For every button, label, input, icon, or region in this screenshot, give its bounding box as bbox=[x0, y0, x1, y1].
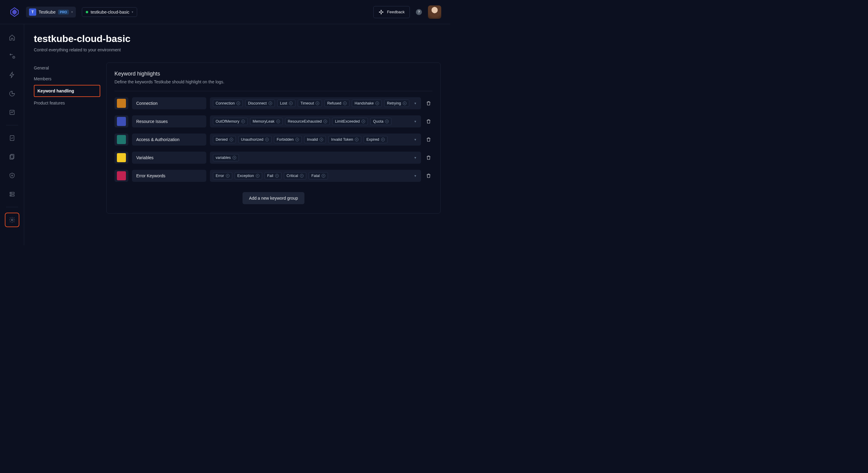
delete-group-button[interactable] bbox=[425, 152, 433, 164]
remove-tag-icon[interactable]: × bbox=[385, 120, 389, 123]
nav-settings-icon[interactable] bbox=[5, 213, 19, 227]
svg-marker-1 bbox=[12, 9, 17, 15]
settings-nav-keyword-handling[interactable]: Keyword handling bbox=[34, 85, 100, 97]
keyword-group-row: Access & AuthorizationDenied×Unauthorize… bbox=[115, 133, 433, 146]
remove-tag-icon[interactable]: × bbox=[403, 101, 406, 105]
org-switcher[interactable]: T Testkube PRO ▾ bbox=[26, 7, 76, 18]
keyword-tag: Unauthorized× bbox=[238, 136, 272, 143]
nav-insights-icon[interactable] bbox=[5, 105, 19, 120]
chevron-down-icon[interactable]: ▾ bbox=[412, 119, 418, 124]
remove-tag-icon[interactable]: × bbox=[316, 101, 319, 105]
remove-tag-icon[interactable]: × bbox=[265, 138, 269, 141]
remove-tag-icon[interactable]: × bbox=[289, 101, 293, 105]
settings-nav-members[interactable]: Members bbox=[34, 73, 100, 84]
help-button[interactable]: ? bbox=[416, 9, 422, 15]
chevron-down-icon[interactable]: ▾ bbox=[412, 101, 418, 105]
chevron-down-icon[interactable]: ▾ bbox=[412, 156, 418, 160]
color-swatch-button[interactable] bbox=[115, 97, 128, 109]
remove-tag-icon[interactable]: × bbox=[300, 174, 304, 178]
color-swatch-button[interactable] bbox=[115, 133, 128, 146]
color-swatch-button[interactable] bbox=[115, 115, 128, 127]
org-avatar: T bbox=[29, 8, 36, 16]
environment-switcher[interactable]: testkube-cloud-basic ▾ bbox=[82, 7, 137, 17]
keyword-tag: Fatal× bbox=[309, 172, 328, 180]
chevron-down-icon[interactable]: ▾ bbox=[412, 137, 418, 141]
keyword-tag-label: Unauthorized bbox=[241, 137, 264, 141]
user-avatar[interactable] bbox=[428, 5, 441, 19]
svg-rect-4 bbox=[379, 11, 381, 12]
remove-tag-icon[interactable]: × bbox=[256, 174, 259, 178]
remove-tag-icon[interactable]: × bbox=[237, 101, 240, 105]
remove-tag-icon[interactable]: × bbox=[232, 156, 236, 159]
remove-tag-icon[interactable]: × bbox=[319, 138, 323, 141]
keyword-tag: Timeout× bbox=[298, 100, 322, 107]
delete-group-button[interactable] bbox=[425, 133, 433, 146]
svg-point-11 bbox=[11, 175, 13, 176]
remove-tag-icon[interactable]: × bbox=[296, 138, 299, 141]
remove-tag-icon[interactable]: × bbox=[276, 120, 280, 123]
group-name-input[interactable]: Connection bbox=[132, 97, 206, 109]
group-name-input[interactable]: Variables bbox=[132, 152, 206, 164]
keyword-tag: Invalid Token× bbox=[328, 136, 361, 143]
chevron-down-icon[interactable]: ▾ bbox=[412, 174, 418, 178]
svg-point-14 bbox=[10, 193, 11, 193]
remove-tag-icon[interactable]: × bbox=[381, 138, 385, 141]
keyword-tag: variables× bbox=[213, 154, 239, 161]
nav-tests-icon[interactable] bbox=[5, 131, 19, 145]
nav-sources-icon[interactable] bbox=[5, 187, 19, 201]
settings-nav-product-features[interactable]: Product features bbox=[34, 98, 100, 108]
color-swatch-button[interactable] bbox=[115, 152, 128, 164]
chevron-down-icon: ▾ bbox=[132, 10, 133, 13]
nav-testsuites-icon[interactable] bbox=[5, 150, 19, 164]
keyword-tag-label: Fail bbox=[267, 174, 273, 178]
remove-tag-icon[interactable]: × bbox=[241, 120, 245, 123]
feedback-label: Feedback bbox=[387, 10, 405, 14]
remove-tag-icon[interactable]: × bbox=[226, 174, 229, 178]
group-name-input[interactable]: Access & Authorization bbox=[132, 133, 206, 146]
color-swatch bbox=[117, 117, 126, 126]
keyword-tag-label: Invalid bbox=[307, 137, 318, 141]
remove-tag-icon[interactable]: × bbox=[323, 120, 327, 123]
keyword-tag-label: Lost bbox=[280, 101, 287, 105]
delete-group-button[interactable] bbox=[425, 170, 433, 182]
remove-tag-icon[interactable]: × bbox=[229, 138, 233, 141]
nav-triggers-icon[interactable] bbox=[5, 68, 19, 82]
color-swatch bbox=[117, 171, 126, 180]
remove-tag-icon[interactable]: × bbox=[343, 101, 347, 105]
keywords-input[interactable]: Denied×Unauthorized×Forbidden×Invalid×In… bbox=[210, 133, 421, 146]
keyword-tag-label: Expired bbox=[366, 137, 379, 141]
keywords-input[interactable]: Connection×Disconnect×Lost×Timeout×Refus… bbox=[210, 97, 421, 109]
feedback-button[interactable]: Feedback bbox=[373, 6, 410, 18]
nav-webhooks-icon[interactable] bbox=[5, 168, 19, 183]
keywords-input[interactable]: Error×Exception×Fail×Critical×Fatal×▾ bbox=[210, 170, 421, 182]
keywords-input[interactable]: variables×▾ bbox=[210, 152, 421, 164]
color-swatch-button[interactable] bbox=[115, 170, 128, 182]
keyword-tag: MemoryLeak× bbox=[250, 118, 283, 125]
keyword-tag: Forbidden× bbox=[274, 136, 302, 143]
group-name-input[interactable]: Resource Issues bbox=[132, 115, 206, 127]
keyword-tag-label: Timeout bbox=[301, 101, 314, 105]
add-keyword-group-button[interactable]: Add a new keyword group bbox=[243, 192, 305, 204]
remove-tag-icon[interactable]: × bbox=[355, 138, 359, 141]
delete-group-button[interactable] bbox=[425, 115, 433, 127]
nav-workflows-icon[interactable] bbox=[5, 49, 19, 63]
app-logo[interactable] bbox=[9, 7, 20, 18]
remove-tag-icon[interactable]: × bbox=[362, 120, 365, 123]
keywords-input[interactable]: OutOfMemory×MemoryLeak×ResourceExhausted… bbox=[210, 115, 421, 127]
keyword-tag: Lost× bbox=[277, 100, 296, 107]
keyword-group-row: Resource IssuesOutOfMemory×MemoryLeak×Re… bbox=[115, 115, 433, 127]
remove-tag-icon[interactable]: × bbox=[375, 101, 379, 105]
keyword-tag: Critical× bbox=[284, 172, 306, 180]
delete-group-button[interactable] bbox=[425, 97, 433, 109]
keyword-tag-label: Exception bbox=[238, 174, 254, 178]
keyword-tag-label: Critical bbox=[287, 174, 298, 178]
remove-tag-icon[interactable]: × bbox=[275, 174, 279, 178]
nav-home-icon[interactable] bbox=[5, 30, 19, 45]
nav-analytics-icon[interactable] bbox=[5, 86, 19, 101]
settings-nav-general[interactable]: General bbox=[34, 63, 100, 73]
group-name-input[interactable]: Error Keywords bbox=[132, 170, 206, 182]
keyword-tag: Quota× bbox=[370, 118, 392, 125]
remove-tag-icon[interactable]: × bbox=[322, 174, 325, 178]
keyword-tag: Expired× bbox=[364, 136, 387, 143]
remove-tag-icon[interactable]: × bbox=[269, 101, 272, 105]
